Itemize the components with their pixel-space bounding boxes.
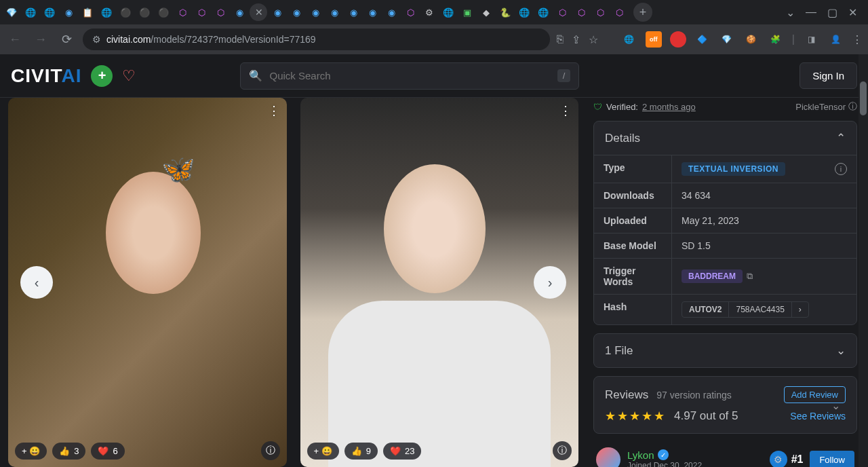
tab-icon[interactable]: 📋	[79, 3, 96, 21]
chevron-down-icon[interactable]: ⌄	[786, 6, 795, 19]
tab-icon[interactable]: 🌐	[98, 3, 115, 21]
tab-icon[interactable]: ⚫	[155, 3, 172, 21]
create-button[interactable]: +	[91, 65, 113, 87]
tab-icon[interactable]: ⬡	[401, 3, 419, 21]
extensions-menu-icon[interactable]: 🧩	[768, 31, 784, 48]
extension-icon[interactable]: off	[646, 31, 662, 48]
tab-icon[interactable]: ⚫	[136, 3, 153, 21]
image-menu-icon[interactable]: ⋮	[268, 103, 280, 118]
extension-icon[interactable]: 💎	[719, 31, 735, 48]
heart-reaction[interactable]: ❤️ 23	[383, 443, 421, 460]
page-scrollbar[interactable]	[859, 54, 868, 467]
detail-row-trigger: Trigger Words BADDREAM⧉	[594, 258, 856, 294]
search-box[interactable]: 🔍 /	[240, 62, 579, 90]
tab-icon[interactable]: 🌐	[515, 3, 533, 21]
verified-badge-icon: ✓	[658, 449, 669, 460]
image-info-icon[interactable]: ⓘ	[261, 441, 280, 460]
tab-active[interactable]: ✕	[250, 3, 267, 21]
verified-time-link[interactable]: 2 months ago	[642, 102, 696, 112]
tab-icon[interactable]: ◉	[326, 3, 343, 21]
chevron-down-icon[interactable]: ⌄	[831, 398, 840, 411]
minimize-icon[interactable]: —	[806, 6, 816, 19]
maximize-icon[interactable]: ▢	[827, 6, 837, 19]
add-reaction-button[interactable]: + 😀	[307, 443, 339, 460]
search-icon: 🔍	[249, 69, 262, 82]
shield-icon: 🛡	[593, 102, 602, 112]
tab-icon[interactable]: 🌐	[22, 3, 39, 21]
tab-icon[interactable]: ◉	[307, 3, 324, 21]
extension-icon[interactable]: 🌐	[621, 31, 637, 48]
tab-icon[interactable]: 🌐	[439, 3, 457, 21]
reload-button[interactable]: ⟳	[57, 32, 76, 47]
tab-icon[interactable]: ◉	[363, 3, 381, 21]
creator-name-link[interactable]: Lykon✓	[627, 449, 702, 461]
tab-icon[interactable]: ⬡	[572, 3, 590, 21]
tab-icon[interactable]: ◉	[344, 3, 362, 21]
address-bar[interactable]: ⚙ civitai.com/models/72437?modelVersionI…	[83, 29, 550, 50]
thumbs-reaction[interactable]: 👍 3	[52, 443, 85, 460]
gear-icon: ⚙	[770, 451, 787, 467]
tab-icon[interactable]: ⬡	[193, 3, 210, 21]
site-header: CIVITAI + ♡ 🔍 / Sign In	[0, 54, 868, 98]
bookmark-icon[interactable]: ☆	[589, 33, 598, 46]
creator-avatar[interactable]	[596, 447, 620, 467]
tab-icon[interactable]: ◉	[382, 3, 400, 21]
extension-icon[interactable]: 🔷	[694, 31, 711, 48]
tab-icon[interactable]: ◉	[288, 3, 305, 21]
copy-icon[interactable]: ⧉	[747, 271, 753, 282]
trigger-word-badge[interactable]: BADDREAM	[682, 269, 743, 283]
tab-icon[interactable]: 🌐	[534, 3, 552, 21]
tab-icon[interactable]: ▣	[458, 3, 476, 21]
tab-icon[interactable]: ⬡	[591, 3, 609, 21]
pickle-tensor-label[interactable]: PickleTensor ⓘ	[795, 100, 857, 113]
sidepanel-icon[interactable]: ◨	[803, 31, 819, 48]
new-tab-button[interactable]: +	[633, 3, 652, 22]
files-header[interactable]: 1 File ⌄	[594, 334, 856, 367]
gallery-next-button[interactable]: ›	[534, 266, 566, 299]
thumbs-reaction[interactable]: 👍 9	[344, 443, 378, 460]
logo[interactable]: CIVITAI	[11, 65, 81, 87]
forward-button[interactable]: →	[31, 33, 50, 47]
back-button[interactable]: ←	[5, 33, 24, 47]
profile-icon[interactable]: 👤	[827, 31, 844, 48]
install-icon[interactable]: ⎘	[557, 33, 564, 45]
favorites-button[interactable]: ♡	[122, 67, 136, 85]
extension-icon[interactable]: 🍪	[743, 31, 760, 48]
menu-icon[interactable]: ⋮	[852, 33, 863, 46]
verified-row: 🛡 Verified: 2 months ago PickleTensor ⓘ	[593, 98, 857, 121]
share-icon[interactable]: ⇪	[572, 33, 580, 46]
info-icon[interactable]: i	[835, 163, 847, 175]
tab-icon[interactable]: ◉	[269, 3, 286, 21]
tab-icon[interactable]: ◉	[60, 3, 77, 21]
image-menu-icon[interactable]: ⋮	[559, 103, 572, 118]
tab-icon[interactable]: ⬡	[174, 3, 191, 21]
hash-value[interactable]: 758AAC4435	[729, 302, 791, 317]
see-reviews-link[interactable]: See Reviews	[790, 411, 846, 422]
hash-expand-icon[interactable]: ›	[791, 302, 808, 317]
tab-icon[interactable]: ◆	[477, 3, 495, 21]
tab-icon[interactable]: ⚙	[420, 3, 438, 21]
tab-icon[interactable]: 🌐	[41, 3, 58, 21]
window-controls: ⌄ — ▢ ✕	[786, 6, 865, 19]
search-input[interactable]	[269, 70, 550, 81]
site-settings-icon[interactable]: ⚙	[92, 34, 101, 45]
tab-icon[interactable]: ⬡	[553, 3, 571, 21]
tab-icon[interactable]: ◉	[231, 3, 248, 21]
close-icon[interactable]: ✕	[255, 7, 263, 18]
add-reaction-button[interactable]: + 😀	[15, 443, 47, 460]
gallery-prev-button[interactable]: ‹	[20, 266, 53, 299]
tab-icon[interactable]: ⬡	[610, 3, 628, 21]
chevron-down-icon: ⌄	[836, 343, 846, 358]
tab-icon[interactable]: 🐍	[496, 3, 514, 21]
close-window-icon[interactable]: ✕	[848, 6, 857, 19]
image-info-icon[interactable]: ⓘ	[553, 441, 572, 460]
details-header[interactable]: Details ⌃	[594, 122, 856, 155]
signin-button[interactable]: Sign In	[800, 62, 857, 89]
tab-icon[interactable]: ⬡	[212, 3, 229, 21]
tab-icon[interactable]: 💎	[3, 3, 20, 21]
tab-icon[interactable]: ⚫	[117, 3, 134, 21]
follow-button[interactable]: Follow	[810, 451, 854, 468]
extension-icon[interactable]	[670, 31, 686, 48]
scroll-thumb[interactable]	[860, 81, 867, 115]
heart-reaction[interactable]: ❤️ 6	[91, 443, 124, 460]
